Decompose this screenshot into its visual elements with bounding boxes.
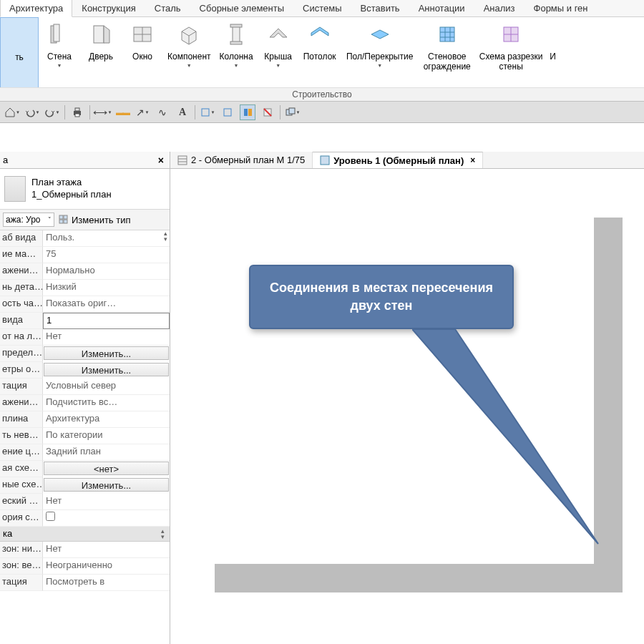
home-icon[interactable]: ▼: [4, 104, 20, 120]
view-control-icon[interactable]: [240, 104, 255, 120]
svg-rect-8: [230, 42, 242, 44]
close-hidden-icon[interactable]: [260, 104, 275, 120]
chevron-down-icon: ▼: [377, 63, 382, 68]
spot-icon[interactable]: ↗▼: [135, 104, 150, 120]
property-row[interactable]: ные схе…Изменить...: [0, 477, 170, 494]
property-name: тация: [0, 575, 43, 591]
property-row[interactable]: от на л…Нет: [0, 329, 170, 346]
document-tab-inactive[interactable]: 2 - Обмерный план М 1/75: [170, 152, 313, 168]
curtain-grid-label: Схема разрезки стены: [479, 52, 543, 72]
document-tab-label: Уровень 1 (Обмерный план): [333, 155, 464, 166]
svg-rect-7: [230, 24, 242, 27]
callout-pointer: [412, 329, 613, 558]
property-row[interactable]: ая схе…<нет>: [0, 461, 170, 477]
curtain-grid-icon: [497, 20, 525, 49]
ribbon-tab-structure[interactable]: Конструкция: [72, 0, 145, 16]
property-row[interactable]: еский …Нет: [0, 494, 170, 510]
measure-icon[interactable]: ⟷▼: [94, 104, 110, 120]
drawing-viewport[interactable]: Соединения в местах пересечения двух сте…: [170, 169, 644, 644]
thin-lines-icon[interactable]: [220, 104, 235, 120]
ribbon-tab-steel[interactable]: Сталь: [145, 0, 190, 16]
close-icon[interactable]: ×: [155, 155, 167, 166]
property-row[interactable]: ажени…Подчистить вс…: [0, 395, 170, 411]
property-row[interactable]: плинаАрхитектура: [0, 411, 170, 428]
ribbon-tab-architecture[interactable]: Архитектура: [0, 0, 72, 17]
ribbon-tab-strip: Архитектура Конструкция Сталь Сборные эл…: [0, 0, 644, 17]
property-row[interactable]: нь дета…Низкий: [0, 280, 170, 296]
property-row[interactable]: вида1: [0, 313, 170, 329]
ribbon-tab-systems[interactable]: Системы: [293, 0, 351, 16]
property-name: зон: ве…: [0, 558, 43, 575]
property-value: Архитектура: [43, 411, 170, 428]
redo-icon[interactable]: ▼: [44, 104, 60, 120]
property-row[interactable]: ение ц…Задний план: [0, 444, 170, 461]
undo-icon[interactable]: ▼: [24, 104, 40, 120]
property-row[interactable]: тацияУсловный север: [0, 379, 170, 395]
property-row[interactable]: ие ма…75: [0, 247, 170, 263]
roof-icon: [264, 20, 293, 49]
section-box-icon[interactable]: ▼: [200, 104, 215, 120]
edit-type-button[interactable]: Изменить тип: [59, 215, 131, 225]
close-tab-icon[interactable]: ×: [470, 155, 475, 165]
document-tab-active[interactable]: Уровень 1 (Обмерный план) ×: [313, 152, 483, 168]
property-name: плина: [0, 411, 43, 428]
ribbon-tab-analyze[interactable]: Анализ: [474, 0, 525, 16]
ribbon-tab-insert[interactable]: Вставить: [351, 0, 409, 16]
property-name: аб вида: [0, 230, 43, 247]
wall-horizontal[interactable]: [215, 564, 623, 592]
plan-view-icon: [320, 155, 330, 165]
svg-rect-31: [64, 220, 67, 223]
property-value[interactable]: Изменить...: [44, 346, 169, 360]
property-name: вида: [0, 313, 43, 329]
schedule-view-icon: [177, 155, 187, 165]
property-value[interactable]: <нет>: [44, 462, 169, 475]
property-value: Посмотреть в: [43, 575, 170, 591]
property-value[interactable]: [43, 510, 170, 527]
property-row[interactable]: етры о…Изменить...: [0, 362, 170, 379]
property-row[interactable]: ть нев…По категории: [0, 428, 170, 444]
property-row[interactable]: ажени…Нормально: [0, 263, 170, 280]
svg-rect-9: [440, 27, 454, 42]
curtain-wall-icon: [433, 20, 462, 49]
property-row[interactable]: аб видаПольз.: [0, 230, 170, 247]
property-row[interactable]: предел…Изменить...: [0, 346, 170, 362]
switch-windows-icon[interactable]: ▼: [285, 104, 301, 120]
property-row[interactable]: тацияПосмотреть в: [0, 575, 170, 591]
roof-label: Крыша: [264, 52, 292, 62]
property-row[interactable]: ость ча…Показать ориг…: [0, 296, 170, 313]
property-row[interactable]: зон: ни…Нет: [0, 542, 170, 558]
ribbon-tab-massing[interactable]: Формы и ген: [525, 0, 597, 16]
chevron-down-icon: ▼: [57, 63, 62, 68]
component-icon: [175, 20, 203, 49]
quick-access-bar: ▼ ▼ ▼ ⟷▼ ▬▬ ↗▼ ∿ A ▼ ▼: [0, 102, 644, 123]
property-row[interactable]: зон: ве…Неограниченно: [0, 558, 170, 575]
property-name: ажени…: [0, 395, 43, 411]
door-label: Дверь: [89, 52, 113, 62]
property-value[interactable]: Изменить...: [44, 478, 169, 492]
floor-label: Пол/Перекрытие: [346, 52, 413, 62]
property-value[interactable]: 1: [43, 313, 170, 329]
text-icon[interactable]: A: [175, 104, 190, 120]
instance-filter-dropdown[interactable]: ажа: Уро: [3, 213, 54, 227]
ceiling-icon: [306, 20, 334, 49]
property-value: Нет: [43, 542, 170, 558]
type-subname: 1_Обмерный план: [31, 189, 112, 201]
property-value[interactable]: Изменить...: [44, 363, 169, 376]
door-icon: [87, 20, 115, 49]
svg-rect-35: [321, 156, 329, 165]
chevron-down-icon: ▼: [275, 63, 280, 68]
spline-icon[interactable]: ∿: [155, 104, 170, 120]
dimension-icon[interactable]: ▬▬: [114, 104, 130, 120]
property-row[interactable]: ория с…: [0, 510, 170, 527]
properties-grid[interactable]: ▴▾ аб видаПольз.ие ма…75ажени…Нормальнон…: [0, 230, 170, 644]
curtain-wall-label: Стеновое ограждение: [424, 52, 471, 72]
ribbon-tab-annotate[interactable]: Аннотации: [409, 0, 474, 16]
chevron-down-icon: ▼: [187, 63, 192, 68]
type-selector[interactable]: План этажа 1_Обмерный план: [0, 169, 170, 210]
print-icon[interactable]: [69, 104, 85, 120]
expand-collapse-icon[interactable]: ▴▾: [161, 230, 170, 242]
group-header[interactable]: ка▴▾: [0, 527, 170, 542]
column-label: Колонна: [220, 52, 253, 62]
expand-collapse-icon[interactable]: ▴▾: [158, 528, 167, 540]
ribbon-tab-precast[interactable]: Сборные элементы: [190, 0, 293, 16]
